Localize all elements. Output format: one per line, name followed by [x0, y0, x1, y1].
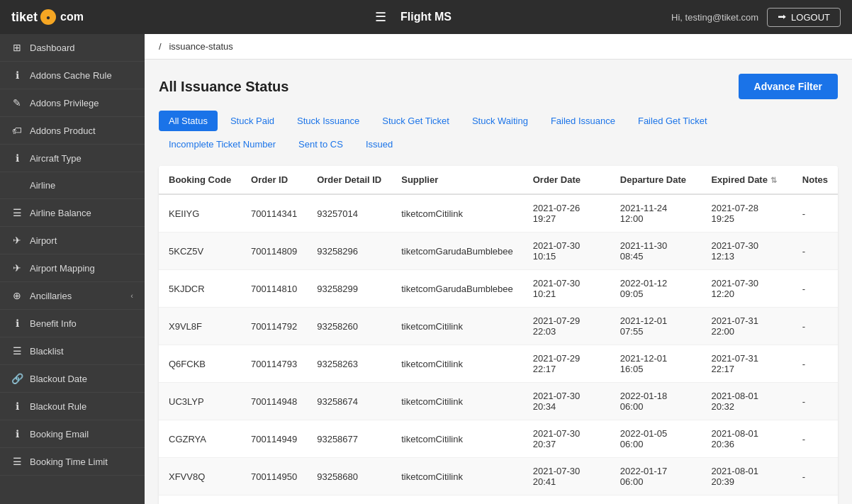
sidebar-item-booking-email[interactable]: ℹ Booking Email — [0, 420, 145, 448]
tab-stuck-get-ticket[interactable]: Stuck Get Ticket — [372, 111, 459, 131]
cell-booking-code: CGZRYA — [159, 420, 241, 458]
cell-departure-date: 2021-12-01 16:05 — [610, 345, 702, 383]
sidebar-item-blacklist[interactable]: ☰ Blacklist — [0, 337, 145, 365]
sidebar-icon: ℹ — [11, 428, 23, 439]
cell-booking-code: Q6FCKB — [159, 345, 241, 383]
sidebar-icon: ℹ — [11, 401, 23, 412]
cell-order-date: 2021-07-26 19:27 — [523, 194, 610, 233]
cell-expired-date: 2021-08-01 20:36 — [701, 420, 792, 458]
cell-expired-date: 2021-07-30 12:20 — [701, 270, 792, 308]
cell-order-id: 700114948 — [241, 383, 307, 420]
sidebar-icon: ℹ — [11, 152, 23, 164]
sidebar-item-addons-privilege[interactable]: ✎ Addons Privilege — [0, 89, 145, 117]
tab-stuck-paid[interactable]: Stuck Paid — [220, 111, 284, 131]
sidebar-item-label: Addons Cache Rule — [30, 70, 133, 81]
sidebar-item-label: Airport Mapping — [30, 263, 133, 274]
sort-icon[interactable]: ⇅ — [770, 176, 777, 184]
sidebar-icon: 🏷 — [11, 125, 23, 136]
cell-booking-code: 5KJDCR — [159, 270, 241, 308]
table-row: 5KCZ5V70011480993258296tiketcomGarudaBum… — [159, 233, 838, 270]
table-row: KEIIYG70011434193257014tiketcomCitilink2… — [159, 194, 838, 233]
sidebar-item-label: Blackout Date — [30, 374, 133, 384]
tab-stuck-issuance[interactable]: Stuck Issuance — [287, 111, 369, 131]
cell-notes: - — [792, 345, 838, 383]
sidebar-icon: ℹ — [11, 318, 23, 329]
cell-supplier: tiketcomCitilink — [391, 345, 523, 383]
col-header-supplier: Supplier — [391, 166, 523, 194]
sidebar-item-label: Booking Email — [30, 429, 133, 439]
cell-booking-code: DFBP3N — [159, 495, 241, 505]
sidebar-item-airport-mapping[interactable]: ✈ Airport Mapping — [0, 254, 145, 282]
sidebar-item-ancillaries[interactable]: ⊕ Ancillaries ‹ — [0, 282, 145, 310]
tab-issued[interactable]: Issued — [356, 134, 403, 155]
cell-order-date: 2021-07-29 22:03 — [523, 308, 610, 345]
cell-notes: - — [792, 270, 838, 308]
cell-departure-date: 2022-01-18 06:00 — [610, 383, 702, 420]
cell-order-id: 700114949 — [241, 420, 307, 458]
sidebar-item-blackout-date[interactable]: 🔗 Blackout Date — [0, 365, 145, 393]
cell-order-detail-id: 93258263 — [307, 345, 391, 383]
sidebar-item-booking-time-limit[interactable]: ☰ Booking Time Limit — [0, 448, 145, 476]
sidebar-icon: ☰ — [11, 456, 23, 467]
tab-sent-to-cs[interactable]: Sent to CS — [288, 134, 353, 155]
sidebar-item-airline-balance[interactable]: ☰ Airline Balance — [0, 199, 145, 227]
logout-button[interactable]: ⮕ LOGOUT — [767, 8, 841, 27]
hamburger-icon[interactable]: ☰ — [375, 9, 386, 25]
cell-notes: - — [792, 383, 838, 420]
cell-notes: - — [792, 458, 838, 495]
sidebar-item-blackout-rule[interactable]: ℹ Blackout Rule — [0, 393, 145, 420]
tab-incomplete-ticket-number[interactable]: Incomplete Ticket Number — [159, 134, 286, 155]
sidebar-icon: 🔗 — [11, 373, 23, 384]
col-header-order-detail-id: Order Detail ID — [307, 166, 391, 194]
sidebar-item-label: Airline Balance — [30, 208, 133, 218]
page-title: All Issuance Status — [159, 79, 288, 95]
tab-failed-issuance[interactable]: Failed Issuance — [541, 111, 625, 131]
cell-departure-date: 2022-01-05 06:00 — [610, 420, 702, 458]
sidebar-item-aircraft-type[interactable]: ℹ Aircraft Type — [0, 145, 145, 172]
cell-order-detail-id: 93258296 — [307, 233, 391, 270]
sidebar-icon: ⊕ — [11, 290, 23, 301]
cell-notes: - — [792, 308, 838, 345]
cell-expired-date: 2021-07-30 12:13 — [701, 233, 792, 270]
cell-booking-code: UC3LYP — [159, 383, 241, 420]
cell-order-detail-id: 93257014 — [307, 194, 391, 233]
cell-departure-date: 2021-11-30 08:45 — [610, 233, 702, 270]
sidebar-item-addons-product[interactable]: 🏷 Addons Product — [0, 117, 145, 145]
sidebar-item-airport[interactable]: ✈ Airport — [0, 227, 145, 254]
sidebar-icon: ☰ — [11, 207, 23, 218]
sidebar-item-dashboard[interactable]: ⊞ Dashboard — [0, 34, 145, 62]
table-row: Q6FCKB70011479393258263tiketcomCitilink2… — [159, 345, 838, 383]
advance-filter-button[interactable]: Advance Filter — [739, 74, 838, 99]
tab-stuck-waiting[interactable]: Stuck Waiting — [462, 111, 538, 131]
layout: ⊞ Dashboard ℹ Addons Cache Rule ✎ Addons… — [0, 34, 852, 504]
main-content: / issuance-status All Issuance Status Ad… — [145, 34, 852, 504]
sidebar: ⊞ Dashboard ℹ Addons Cache Rule ✎ Addons… — [0, 34, 145, 504]
cell-order-date: 2021-07-30 10:21 — [523, 270, 610, 308]
sidebar-icon: ✈ — [11, 235, 23, 246]
sidebar-item-benefit-info[interactable]: ℹ Benefit Info — [0, 310, 145, 337]
table-row: UC3LYP70011494893258674tiketcomCitilink2… — [159, 383, 838, 420]
sidebar-item-addons-cache-rule[interactable]: ℹ Addons Cache Rule — [0, 62, 145, 89]
cell-order-detail-id: 93258680 — [307, 458, 391, 495]
cell-order-detail-id: 93258299 — [307, 270, 391, 308]
sidebar-icon: ✈ — [11, 262, 23, 274]
tab-failed-get-ticket[interactable]: Failed Get Ticket — [628, 111, 717, 131]
sidebar-item-airline[interactable]: Airline — [0, 172, 145, 199]
sidebar-item-label: Blacklist — [30, 346, 133, 357]
content-area: All Issuance Status Advance Filter All S… — [145, 60, 852, 504]
cell-order-date: 2021-07-30 20:37 — [523, 420, 610, 458]
cell-order-id: 700114341 — [241, 194, 307, 233]
sidebar-item-label: Airline — [30, 180, 133, 191]
sidebar-item-label: Blackout Rule — [30, 401, 133, 412]
tab-all-status[interactable]: All Status — [159, 111, 218, 131]
logo: tiket ● com — [11, 9, 84, 25]
cell-order-detail-id: 93258677 — [307, 420, 391, 458]
sidebar-item-label: Addons Privilege — [30, 98, 133, 108]
logo-dot: ● — [40, 9, 56, 25]
cell-supplier: tiketcomCitilink — [391, 458, 523, 495]
table-row: 5KJDCR70011481093258299tiketcomGarudaBum… — [159, 270, 838, 308]
cell-expired-date: 2021-08-01 20:32 — [701, 383, 792, 420]
cell-order-id: 700114793 — [241, 345, 307, 383]
sidebar-icon: ⊞ — [11, 42, 23, 53]
cell-departure-date: 2022-01-12 07:55 — [610, 495, 702, 505]
